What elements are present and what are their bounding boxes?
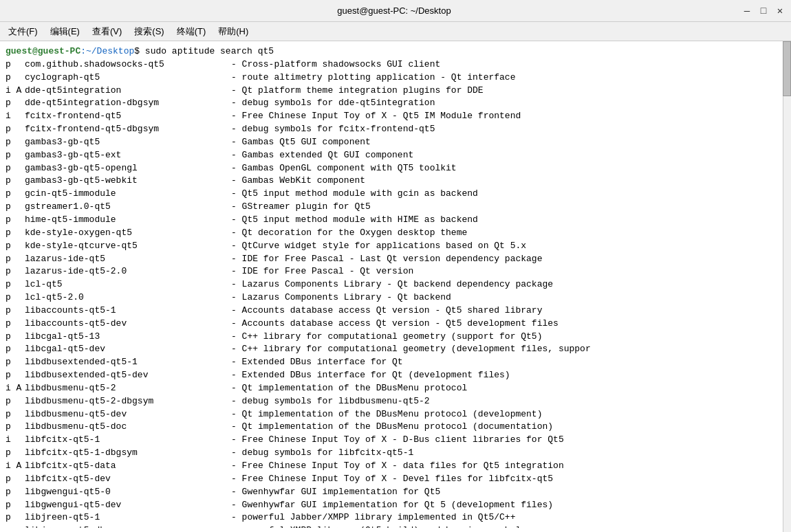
minimize-button[interactable]: —	[741, 5, 752, 16]
list-item: p gambas3-gb-qt5-opengl - Gambas OpenGL …	[6, 162, 776, 175]
list-item: p libdbusextended-qt5-1 - Extended DBus …	[6, 356, 776, 369]
terminal-content: guest@guest-PC:~/Desktop$ sudo aptitude …	[6, 45, 776, 528]
list-item: p kde-style-qtcurve-qt5 - QtCurve widget…	[6, 240, 776, 253]
list-item: p dde-qt5integration-dbgsym - debug symb…	[6, 97, 776, 110]
prompt-line: guest@guest-PC:~/Desktop$ sudo aptitude …	[6, 45, 776, 58]
list-item: p libdbusmenu-qt5-doc - Qt implementatio…	[6, 421, 776, 434]
window-controls: — □ ✕	[741, 5, 785, 16]
scrollbar[interactable]	[783, 41, 791, 532]
list-item: p libgwengui-qt5-0 - Gwenhywfar GUI impl…	[6, 486, 776, 499]
menu-terminal[interactable]: 终端(T)	[171, 24, 212, 39]
list-item: p lcl-qt5 - Lazarus Components Library -…	[6, 278, 776, 291]
list-item: p libaccounts-qt5-1 - Accounts database …	[6, 304, 776, 318]
list-item: p libdbusmenu-qt5-2-dbgsym - debug symbo…	[6, 395, 776, 408]
prompt-user: guest@guest-PC	[6, 45, 80, 58]
list-item: p libfcitx-qt5-1-dbgsym - debug symbols …	[6, 447, 776, 460]
list-item: p kde-style-oxygen-qt5 - Qt decoration f…	[6, 227, 776, 240]
list-item: p libfcitx-qt5-dev - Free Chinese Input …	[6, 473, 776, 486]
list-item: i Alibdbusmenu-qt5-2 - Qt implementation…	[6, 382, 776, 395]
menu-search[interactable]: 搜索(S)	[129, 24, 169, 39]
list-item: p libdbusmenu-qt5-dev - Qt implementatio…	[6, 408, 776, 421]
menu-bar: 文件(F) 编辑(E) 查看(V) 搜索(S) 终端(T) 帮助(H)	[0, 22, 791, 41]
list-item: i fcitx-frontend-qt5 - Free Chinese Inpu…	[6, 110, 776, 123]
list-item: p libcgal-qt5-13 - C++ library for compu…	[6, 331, 776, 344]
prompt-path: :~/Desktop	[80, 45, 134, 58]
list-item: p lazarus-ide-qt5-2.0 - IDE for Free Pas…	[6, 265, 776, 278]
list-item: i libfcitx-qt5-1 - Free Chinese Input To…	[6, 434, 776, 447]
list-item: i Alibfcitx-qt5-data - Free Chinese Inpu…	[6, 460, 776, 473]
close-button[interactable]: ✕	[774, 5, 785, 16]
list-item: p fcitx-frontend-qt5-dbgsym - debug symb…	[6, 123, 776, 136]
list-item: p libjreen-qt5-1 - powerful Jabber/XMPP …	[6, 511, 776, 524]
prompt-cmd: $ sudo aptitude search qt5	[134, 45, 274, 58]
list-item: p libjreen-qt5-dbg - powerful XMPP libra…	[6, 524, 776, 528]
menu-file[interactable]: 文件(F)	[3, 24, 43, 39]
restore-button[interactable]: □	[758, 5, 769, 16]
list-item: p cyclograph-qt5 - route altimetry plott…	[6, 71, 776, 85]
menu-view[interactable]: 查看(V)	[87, 24, 127, 39]
list-item: p gambas3-gb-qt5 - Gambas Qt5 GUI compon…	[6, 136, 776, 149]
list-item: p gambas3-gb-qt5-webkit - Gambas WebKit …	[6, 175, 776, 188]
list-item: p lcl-qt5-2.0 - Lazarus Components Libra…	[6, 291, 776, 304]
menu-edit[interactable]: 编辑(E)	[45, 24, 85, 39]
list-item: p gstreamer1.0-qt5 - GStreamer plugin fo…	[6, 201, 776, 214]
window-title: guest@guest-PC: ~/Desktop	[47, 5, 741, 16]
terminal-window: guest@guest-PC: ~/Desktop — □ ✕ 文件(F) 编辑…	[0, 0, 791, 532]
list-item: p lazarus-ide-qt5 - IDE for Free Pascal …	[6, 253, 776, 266]
list-item: p libaccounts-qt5-dev - Accounts databas…	[6, 318, 776, 331]
list-item: p gcin-qt5-immodule - Qt5 input method m…	[6, 188, 776, 201]
list-item: p libdbusextended-qt5-dev - Extended DBu…	[6, 369, 776, 382]
scrollbar-thumb[interactable]	[783, 41, 791, 96]
title-bar: guest@guest-PC: ~/Desktop — □ ✕	[0, 0, 791, 22]
list-item: p libcgal-qt5-dev - C++ library for comp…	[6, 343, 776, 356]
list-item: p libgwengui-qt5-dev - Gwenhywfar GUI im…	[6, 499, 776, 512]
menu-help[interactable]: 帮助(H)	[213, 24, 254, 39]
terminal-area[interactable]: guest@guest-PC:~/Desktop$ sudo aptitude …	[0, 41, 791, 532]
list-item: p com.github.shadowsocks-qt5 - Cross-pla…	[6, 58, 776, 71]
list-item: i Adde-qt5integration - Qt platform them…	[6, 85, 776, 98]
list-item: p gambas3-gb-qt5-ext - Gambas extended Q…	[6, 149, 776, 162]
list-item: p hime-qt5-immodule - Qt5 input method m…	[6, 214, 776, 227]
